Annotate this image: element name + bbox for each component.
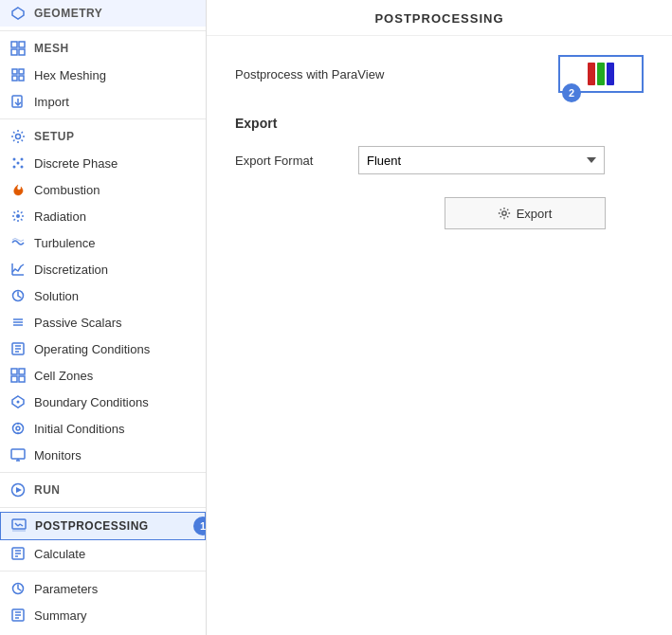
svg-point-55	[502, 211, 506, 215]
sidebar-item-label: Solution	[34, 289, 79, 303]
radiation-icon	[9, 208, 27, 225]
sidebar-item-boundary-conditions[interactable]: Boundary Conditions	[0, 389, 206, 415]
svg-rect-30	[19, 376, 25, 382]
sidebar-item-label: SETUP	[34, 130, 75, 143]
sidebar-item-passive-scalars[interactable]: Passive Scalars	[0, 309, 206, 336]
operating-conditions-icon	[9, 340, 27, 357]
sidebar-item-label: Boundary Conditions	[34, 395, 149, 409]
parameters-icon	[9, 580, 27, 597]
export-section-label: Export	[235, 116, 644, 131]
main-content: POSTPROCESSING Postprocess with ParaView…	[207, 0, 672, 635]
sidebar-item-label: Combustion	[34, 183, 100, 197]
svg-marker-40	[16, 487, 22, 493]
postprocessing-icon	[10, 517, 27, 535]
summary-icon	[9, 607, 27, 624]
setup-icon	[9, 128, 27, 145]
export-format-label: Export Format	[235, 154, 339, 168]
sidebar-item-label: Calculate	[34, 547, 85, 561]
paraview-row: Postprocess with ParaView 2	[235, 55, 644, 93]
sidebar-item-label: Operating Conditions	[34, 342, 150, 356]
sidebar-item-initial-conditions[interactable]: Initial Conditions	[0, 415, 206, 442]
sidebar-item-label: Discrete Phase	[34, 156, 118, 171]
svg-rect-28	[19, 369, 25, 374]
svg-rect-4	[12, 69, 17, 74]
stripe-blue	[607, 63, 614, 85]
sidebar-item-combustion[interactable]: Combustion	[0, 176, 206, 203]
sidebar-item-discrete-phase[interactable]: Discrete Phase	[0, 150, 206, 176]
import-icon	[9, 93, 27, 110]
sidebar-item-label: Import	[34, 95, 69, 109]
sidebar-item-label: Passive Scalars	[34, 316, 121, 330]
svg-point-33	[16, 426, 20, 430]
svg-point-11	[13, 158, 16, 161]
badge-1: 1	[193, 517, 207, 535]
svg-point-32	[13, 424, 24, 434]
sidebar-item-run[interactable]: RUN	[0, 477, 206, 503]
svg-point-12	[21, 158, 24, 161]
svg-line-43	[18, 524, 20, 526]
hex-meshing-icon	[9, 66, 27, 83]
export-section: Export Export Format Fluent OpenFOAM VTK	[235, 116, 644, 229]
boundary-conditions-icon	[9, 393, 27, 410]
badge-2: 2	[562, 83, 581, 102]
svg-line-44	[20, 524, 23, 526]
export-button[interactable]: Export	[445, 197, 606, 229]
sidebar-item-discretization[interactable]: Discretization	[0, 256, 206, 282]
sidebar-item-label: Summary	[34, 608, 87, 623]
sidebar-item-calculate[interactable]: Calculate	[0, 540, 206, 567]
sidebar-item-turbulence[interactable]: Turbulence	[0, 229, 206, 256]
discretization-icon	[9, 261, 27, 278]
geometry-icon	[9, 5, 27, 22]
svg-point-14	[21, 166, 24, 169]
svg-point-31	[17, 401, 20, 404]
sidebar-item-cell-zones[interactable]: Cell Zones	[0, 362, 206, 389]
svg-rect-2	[11, 49, 17, 55]
sidebar-item-label: Monitors	[34, 448, 82, 463]
sidebar-item-setup[interactable]: SETUP	[0, 123, 206, 150]
sidebar-item-label: POSTPROCESSING	[35, 519, 149, 533]
svg-rect-27	[11, 369, 17, 374]
content-area: Postprocess with ParaView 2 Export Expor…	[207, 36, 672, 635]
monitors-icon	[9, 446, 27, 463]
cell-zones-icon	[9, 367, 27, 384]
svg-rect-36	[11, 449, 25, 459]
sidebar-item-solution[interactable]: Solution	[0, 282, 206, 309]
sidebar-item-label: RUN	[34, 483, 61, 497]
stripe-red	[588, 63, 595, 85]
sidebar-item-radiation[interactable]: Radiation	[0, 203, 206, 229]
sidebar-item-label: Turbulence	[34, 236, 96, 250]
svg-rect-5	[19, 69, 24, 74]
svg-point-10	[16, 135, 21, 139]
export-format-select[interactable]: Fluent OpenFOAM VTK	[358, 146, 605, 174]
sidebar-item-postprocessing[interactable]: POSTPROCESSING 1	[0, 512, 206, 540]
svg-rect-1	[19, 42, 25, 47]
initial-conditions-icon	[9, 420, 27, 437]
sidebar-item-geometry[interactable]: GEOMETRY	[0, 0, 206, 27]
stripe-green	[597, 63, 605, 85]
sidebar: GEOMETRY MESH Hex Meshing	[0, 0, 207, 635]
svg-rect-8	[12, 96, 22, 107]
svg-rect-6	[12, 76, 17, 81]
sidebar-item-label: Hex Meshing	[34, 68, 106, 82]
svg-point-16	[16, 214, 20, 218]
combustion-icon	[9, 181, 27, 198]
sidebar-item-parameters[interactable]: Parameters	[0, 575, 206, 602]
passive-scalars-icon	[9, 314, 27, 331]
sidebar-item-label: MESH	[34, 42, 69, 55]
sidebar-item-label: GEOMETRY	[34, 7, 102, 20]
sidebar-item-mesh[interactable]: MESH	[0, 35, 206, 62]
page-title: POSTPROCESSING	[207, 0, 672, 36]
sidebar-item-summary[interactable]: Summary	[0, 602, 206, 628]
solution-icon	[9, 287, 27, 304]
discrete-phase-icon	[9, 154, 27, 172]
sidebar-item-label: Radiation	[34, 209, 86, 224]
export-button-label: Export	[517, 207, 553, 221]
svg-rect-29	[11, 376, 17, 382]
sidebar-item-monitors[interactable]: Monitors	[0, 442, 206, 468]
turbulence-icon	[9, 234, 27, 251]
sidebar-item-import[interactable]: Import	[0, 88, 206, 115]
mesh-icon	[9, 40, 27, 57]
sidebar-item-operating-conditions[interactable]: Operating Conditions	[0, 336, 206, 362]
sidebar-item-hex-meshing[interactable]: Hex Meshing	[0, 62, 206, 88]
svg-rect-7	[19, 76, 24, 81]
